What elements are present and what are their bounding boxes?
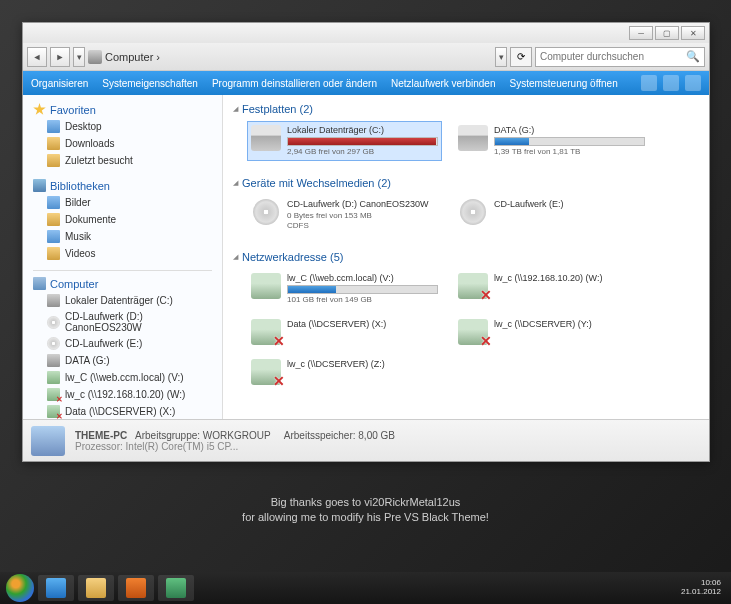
sidebar-item-downloads[interactable]: Downloads [23,135,222,152]
preview-pane-icon[interactable] [663,75,679,91]
help-icon[interactable] [685,75,701,91]
search-input[interactable] [540,51,686,62]
folder-icon [86,578,106,598]
sidebar-item-drive[interactable]: lw_c (\\192.168.10.20) (W:) [23,386,222,403]
drive-name: lw_c (\\192.168.10.20) (W:) [494,273,645,284]
libraries-header[interactable]: Bibliotheken [23,177,222,194]
favorites-header[interactable]: Favoriten [23,101,222,118]
drive-item[interactable]: CD-Laufwerk (D:) CanonEOS230W0 Bytes fre… [247,195,442,234]
sidebar-item-desktop[interactable]: Desktop [23,118,222,135]
storage-bar [494,137,645,146]
sidebar-item-drive[interactable]: Lokaler Datenträger (C:) [23,292,222,309]
drive-item[interactable]: lw_c (\\DCSERVER) (Y:) [454,315,649,349]
computer-large-icon [31,426,65,456]
refresh-button[interactable]: ⟳ [510,47,532,67]
drive-free-text: 0 Bytes frei von 153 MB [287,211,438,221]
storage-bar [287,137,438,146]
drive-item[interactable]: CD-Laufwerk (E:) [454,195,649,234]
back-button[interactable]: ◄ [27,47,47,67]
category-hard-disks: Festplatten (2) Lokaler Datenträger (C:)… [233,101,699,165]
drive-free-text: 2,94 GB frei von 297 GB [287,147,438,157]
drive-name: lw_C (\\web.ccm.local) (V:) [287,273,438,284]
close-button[interactable]: ✕ [681,26,705,40]
sidebar-item-drive[interactable]: CD-Laufwerk (D:) CanonEOS230W [23,309,222,335]
sidebar-item-drive[interactable]: CD-Laufwerk (E:) [23,335,222,352]
cd-icon [458,199,488,225]
category-header-net[interactable]: Netzwerkadresse (5) [233,249,699,265]
music-icon [47,230,60,243]
search-icon: 🔍 [686,50,700,63]
sidebar-item-drive[interactable]: Data (\\DCSERVER) (X:) [23,403,222,419]
drive-item[interactable]: DATA (G:)1,39 TB frei von 1,81 TB [454,121,649,161]
history-dropdown[interactable]: ▾ [73,47,85,67]
system-properties-button[interactable]: Systemeigenschaften [102,78,198,89]
forward-button[interactable]: ► [50,47,70,67]
sidebar-item-videos[interactable]: Videos [23,245,222,262]
sidebar-item-pictures[interactable]: Bilder [23,194,222,211]
videos-icon [47,247,60,260]
hdd-icon [458,125,488,151]
drive-icon [47,354,60,367]
address-dropdown[interactable]: ▾ [495,47,507,67]
breadcrumb-computer[interactable]: Computer [105,51,153,63]
category-header-hd[interactable]: Festplatten (2) [233,101,699,117]
credits-text: Big thanks goes to vi20RickrMetal12us fo… [0,495,731,526]
start-button[interactable] [6,574,34,602]
netx-icon [47,388,60,401]
search-box[interactable]: 🔍 [535,47,705,67]
folder-icon [47,137,60,150]
drive-name: DATA (G:) [494,125,645,136]
sidebar-item-documents[interactable]: Dokumente [23,211,222,228]
details-pc-name: THEME-PC [75,430,127,441]
network-drive-disconnected-icon [251,319,281,345]
drive-name: lw_c (\\DCSERVER) (Z:) [287,359,438,370]
media-icon [126,578,146,598]
computer-header[interactable]: Computer [23,275,222,292]
view-options-icon[interactable] [641,75,657,91]
netx-icon [47,405,60,418]
drive-name: CD-Laufwerk (D:) CanonEOS230W [287,199,438,210]
recent-icon [47,154,60,167]
computer-icon [88,50,102,64]
favorites-group: Favoriten Desktop Downloads Zuletzt besu… [23,101,222,169]
category-header-rm[interactable]: Geräte mit Wechselmedien (2) [233,175,699,191]
sidebar-item-drive[interactable]: lw_C (\\web.ccm.local) (V:) [23,369,222,386]
category-network: Netzwerkadresse (5) lw_C (\\web.ccm.loca… [233,249,699,393]
network-drive-disconnected-icon [458,273,488,299]
control-panel-button[interactable]: Systemsteuerung öffnen [509,78,617,89]
taskbar-app-ie[interactable] [38,575,74,601]
address-bar[interactable]: Computer › [88,50,160,64]
taskbar: 10:06 21.01.2012 [0,572,731,604]
drive-item[interactable]: Lokaler Datenträger (C:)2,94 GB frei von… [247,121,442,161]
details-pane: THEME-PC Arbeitsgruppe: WORKGROUP Arbeit… [23,419,709,461]
organize-menu[interactable]: Organisieren [31,78,88,89]
tray-date: 21.01.2012 [681,588,721,597]
hdd-icon [251,125,281,151]
map-network-drive-button[interactable]: Netzlaufwerk verbinden [391,78,496,89]
drive-item[interactable]: lw_c (\\DCSERVER) (Z:) [247,355,442,389]
maximize-button[interactable]: ▢ [655,26,679,40]
sidebar-item-drive[interactable]: DATA (G:) [23,352,222,369]
sidebar-item-music[interactable]: Musik [23,228,222,245]
cd-icon [47,316,60,329]
system-tray[interactable]: 10:06 21.01.2012 [681,579,725,597]
drive-item[interactable]: Data (\\DCSERVER) (X:) [247,315,442,349]
libraries-icon [33,179,46,192]
uninstall-program-button[interactable]: Programm deinstallieren oder ändern [212,78,377,89]
desktop-icon [47,120,60,133]
documents-icon [47,213,60,226]
taskbar-app-4[interactable] [158,575,194,601]
category-removable: Geräte mit Wechselmedien (2) CD-Laufwerk… [233,175,699,238]
taskbar-app-media[interactable] [118,575,154,601]
computer-group: Computer Lokaler Datenträger (C:)CD-Lauf… [23,275,222,419]
cd-icon [47,337,60,350]
command-bar: Organisieren Systemeigenschaften Program… [23,71,709,95]
minimize-button[interactable]: ─ [629,26,653,40]
drive-item[interactable]: lw_c (\\192.168.10.20) (W:) [454,269,649,309]
breadcrumb-sep: › [156,51,160,63]
sidebar-item-recent[interactable]: Zuletzt besucht [23,152,222,169]
cd-icon [251,199,281,225]
drive-icon [47,294,60,307]
taskbar-app-explorer[interactable] [78,575,114,601]
drive-item[interactable]: lw_C (\\web.ccm.local) (V:)101 GB frei v… [247,269,442,309]
